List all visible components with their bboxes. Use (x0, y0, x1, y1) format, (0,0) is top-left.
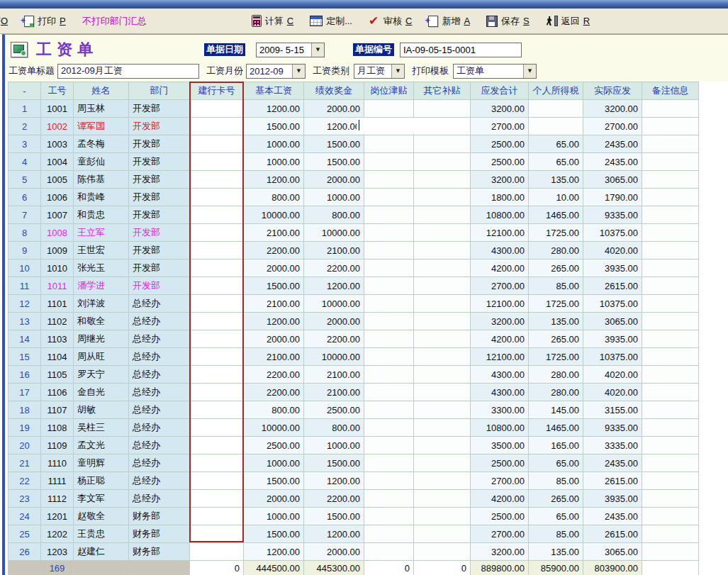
cell-bonus[interactable]: 1200.00 (304, 525, 364, 543)
cell-net[interactable]: 3935.00 (583, 259, 642, 277)
doc-no-input[interactable]: IA-09-05-15-0001 (400, 43, 522, 57)
cell-total[interactable]: 3200.00 (471, 313, 529, 330)
cell-post[interactable] (364, 153, 414, 171)
cell-other[interactable] (414, 259, 471, 277)
cell-dept[interactable]: 开发部 (129, 189, 190, 206)
cell-name[interactable]: 陈伟基 (74, 171, 129, 189)
column-header-net[interactable]: 实际应发 (583, 82, 642, 100)
cell-net[interactable]: 3335.00 (583, 437, 642, 454)
cell-other[interactable] (414, 401, 471, 419)
column-header-base[interactable]: 基本工资 (244, 82, 304, 100)
cell-num[interactable]: 6 (9, 189, 41, 206)
cell-note[interactable] (642, 118, 699, 135)
cell-bonus[interactable]: 2200.00 (304, 490, 364, 508)
cell-total[interactable]: 3200.00 (471, 543, 529, 561)
cell-other[interactable] (414, 242, 471, 259)
cell-base[interactable]: 2100.00 (244, 295, 304, 313)
cell-post[interactable] (364, 135, 414, 153)
toolbar-button-customize[interactable]: 定制... (310, 15, 352, 28)
cell-dept[interactable]: 财务部 (129, 543, 190, 561)
cell-card[interactable] (190, 153, 244, 171)
cell-base[interactable]: 2100.00 (244, 224, 304, 242)
cell-net[interactable]: 3065.00 (583, 171, 642, 189)
cell-dept[interactable]: 总经办 (129, 384, 190, 401)
cell-id[interactable]: 1002 (41, 118, 74, 135)
column-header-total[interactable]: 应发合计 (471, 82, 529, 100)
cell-net[interactable]: 1790.00 (583, 189, 642, 206)
cell-net[interactable]: 3065.00 (583, 543, 642, 561)
cell-total[interactable]: 2500.00 (471, 454, 529, 472)
cell-net[interactable]: 9335.00 (583, 419, 642, 437)
cell-net[interactable]: 2435.00 (583, 153, 642, 171)
cell-dept[interactable]: 开发部 (129, 153, 190, 171)
cell-id[interactable]: 1001 (41, 100, 74, 118)
cell-net[interactable]: 2615.00 (583, 525, 642, 543)
cell-base[interactable]: 10000.00 (244, 419, 304, 437)
cell-name[interactable]: 王立军 (74, 224, 129, 242)
cell-other[interactable] (414, 490, 471, 508)
cell-dept[interactable]: 总经办 (129, 366, 190, 384)
cell-total[interactable]: 2700.00 (471, 277, 529, 295)
cell-net[interactable]: 3155.00 (583, 401, 642, 419)
cell-tax[interactable]: 85.00 (529, 525, 583, 543)
toolbar-button-calc[interactable]: 计算C (252, 15, 293, 28)
cell-note[interactable] (642, 366, 699, 384)
cell-other[interactable] (414, 437, 471, 454)
cell-id[interactable]: 1008 (41, 224, 74, 242)
cell-bonus[interactable]: 1500.00 (304, 454, 364, 472)
cell-other[interactable] (414, 508, 471, 525)
cell-post[interactable] (364, 366, 414, 384)
chevron-down-icon[interactable] (523, 65, 536, 78)
cell-base[interactable]: 800.00 (244, 189, 304, 206)
cell-card[interactable] (190, 224, 244, 242)
cell-total[interactable]: 12100.00 (471, 348, 529, 366)
title-input[interactable]: 2012-09月工资 (57, 64, 199, 79)
cell-note[interactable] (642, 259, 699, 277)
cell-other[interactable] (414, 472, 471, 490)
cell-num[interactable]: 10 (9, 259, 41, 277)
cell-card[interactable] (190, 543, 244, 561)
cell-name[interactable]: 刘洋波 (74, 295, 129, 313)
cell-card[interactable] (190, 189, 244, 206)
cell-base[interactable]: 1500.00 (244, 525, 304, 543)
cell-name[interactable]: 和贵忠 (74, 206, 129, 224)
cell-num[interactable]: 11 (9, 277, 41, 295)
cell-bonus[interactable]: 2500.00 (304, 401, 364, 419)
cell-note[interactable] (642, 100, 699, 118)
cell-base[interactable]: 1500.00 (244, 277, 304, 295)
cell-total[interactable]: 2500.00 (471, 135, 529, 153)
cell-total[interactable]: 2500.00 (471, 153, 529, 171)
cell-net[interactable]: 10375.00 (583, 348, 642, 366)
cell-bonus[interactable]: 2000.00 (304, 171, 364, 189)
toolbar-button-partial[interactable]: FO (0, 16, 8, 26)
toolbar-button-save[interactable]: 保存S (486, 15, 530, 28)
cell-id[interactable]: 1111 (41, 472, 74, 490)
cell-card[interactable] (190, 135, 244, 153)
cell-net[interactable]: 4020.00 (583, 242, 642, 259)
cell-post[interactable] (364, 508, 414, 525)
cell-base[interactable]: 1500.00 (244, 118, 304, 135)
cell-net[interactable]: 9335.00 (583, 206, 642, 224)
cell-name[interactable]: 王贵忠 (74, 525, 129, 543)
cell-tax[interactable]: 65.00 (529, 135, 583, 153)
cell-tax[interactable]: 1465.00 (529, 206, 583, 224)
cell-total[interactable]: 4300.00 (471, 366, 529, 384)
cell-tax[interactable] (529, 118, 583, 135)
cell-dept[interactable]: 开发部 (129, 171, 190, 189)
cell-bonus[interactable]: 1500.00 (304, 153, 364, 171)
cell-total[interactable]: 2700.00 (471, 118, 529, 135)
cell-net[interactable]: 2700.00 (583, 118, 642, 135)
cell-base[interactable]: 2100.00 (244, 348, 304, 366)
cell-base[interactable]: 2000.00 (244, 259, 304, 277)
cell-id[interactable]: 1102 (41, 313, 74, 330)
cell-base[interactable]: 1000.00 (244, 153, 304, 171)
cell-tax[interactable]: 65.00 (529, 454, 583, 472)
cell-name[interactable]: 周从旺 (74, 348, 129, 366)
cell-num[interactable]: 24 (9, 508, 41, 525)
toolbar-button-print[interactable]: 打印P (24, 15, 66, 28)
cell-card[interactable] (190, 348, 244, 366)
cell-post[interactable] (364, 100, 414, 118)
chevron-down-icon[interactable] (311, 43, 324, 57)
cell-post[interactable] (364, 525, 414, 543)
cell-num[interactable]: 17 (9, 384, 41, 401)
